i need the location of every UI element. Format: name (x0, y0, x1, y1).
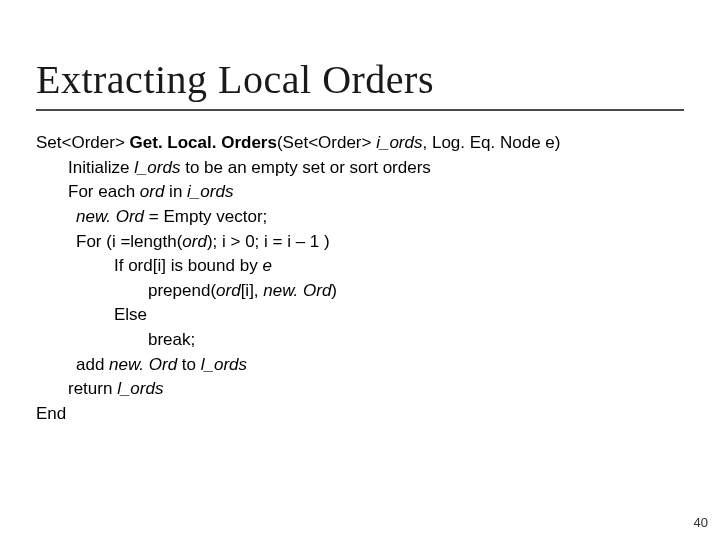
text: Initialize (68, 158, 134, 177)
text: ) (331, 281, 337, 300)
code-line: Initialize l_ords to be an empty set or … (36, 156, 684, 181)
text: End (36, 404, 66, 423)
text: [i], (241, 281, 264, 300)
var: ord (140, 182, 165, 201)
var: new. Ord (76, 207, 144, 226)
text: = Empty vector; (144, 207, 267, 226)
var: ord (182, 232, 207, 251)
text: For (i =length( (76, 232, 182, 251)
code-line: prepend(ord[i], new. Ord) (36, 279, 684, 304)
title-rule (36, 109, 684, 111)
var: l_ords (134, 158, 180, 177)
code-line: For each ord in i_ords (36, 180, 684, 205)
slide-title: Extracting Local Orders (36, 56, 684, 103)
code-line: return l_ords (36, 377, 684, 402)
var: l_ords (201, 355, 247, 374)
var: i_ords (187, 182, 233, 201)
var: new. Ord (109, 355, 177, 374)
text: ); i > 0; i = i – 1 ) (207, 232, 330, 251)
text: break; (148, 330, 195, 349)
page-number: 40 (694, 515, 708, 530)
code-line: For (i =length(ord); i > 0; i = i – 1 ) (36, 230, 684, 255)
text: If ord[i] is bound by (114, 256, 262, 275)
code-line: new. Ord = Empty vector; (36, 205, 684, 230)
text: (Set<Order> (277, 133, 376, 152)
code-line: Else (36, 303, 684, 328)
code-line: break; (36, 328, 684, 353)
text: add (76, 355, 109, 374)
text: in (164, 182, 187, 201)
text: to be an empty set or sort orders (180, 158, 430, 177)
text: , Log. Eq. Node e) (422, 133, 560, 152)
var: e (262, 256, 271, 275)
text: Else (114, 305, 147, 324)
function-name: Get. Local. Orders (130, 133, 277, 152)
var: l_ords (117, 379, 163, 398)
code-line: If ord[i] is bound by e (36, 254, 684, 279)
text: Set<Order> (36, 133, 130, 152)
text: prepend( (148, 281, 216, 300)
arg: i_ords (376, 133, 422, 152)
code-line: End (36, 402, 684, 427)
var: new. Ord (263, 281, 331, 300)
slide: Extracting Local Orders Set<Order> Get. … (0, 0, 720, 540)
text: to (177, 355, 201, 374)
text: return (68, 379, 117, 398)
text: For each (68, 182, 140, 201)
var: ord (216, 281, 241, 300)
code-line: Set<Order> Get. Local. Orders(Set<Order>… (36, 131, 684, 156)
pseudocode-block: Set<Order> Get. Local. Orders(Set<Order>… (36, 131, 684, 427)
code-line: add new. Ord to l_ords (36, 353, 684, 378)
